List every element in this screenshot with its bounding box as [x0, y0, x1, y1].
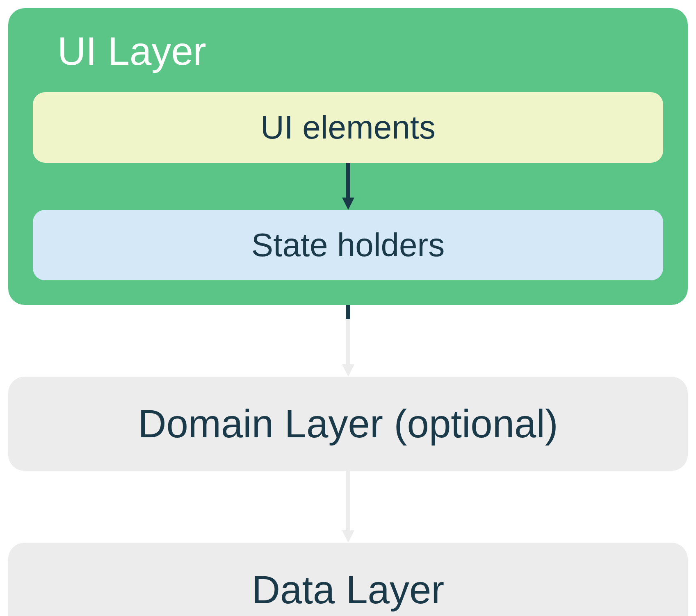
domain-layer-label: Domain Layer (optional) [138, 402, 558, 446]
arrow-ui-to-state [33, 163, 663, 210]
ui-elements-label: UI elements [260, 109, 436, 145]
data-layer-label: Data Layer [252, 568, 445, 611]
arrow-down-icon [342, 305, 354, 377]
arrow-ui-to-domain [8, 305, 688, 377]
ui-layer-container: UI Layer UI elements State holders [8, 8, 688, 305]
svg-marker-1 [342, 198, 354, 210]
arrow-down-icon [342, 163, 354, 210]
ui-layer-title: UI Layer [57, 29, 663, 74]
arrow-down-icon [342, 471, 354, 543]
state-holders-box: State holders [33, 210, 663, 280]
svg-marker-6 [342, 530, 354, 543]
arrow-domain-to-data [8, 471, 688, 543]
svg-marker-4 [342, 364, 354, 377]
domain-layer-box: Domain Layer (optional) [8, 377, 688, 471]
state-holders-label: State holders [251, 227, 445, 263]
data-layer-box: Data Layer [8, 543, 688, 616]
ui-elements-box: UI elements [33, 92, 663, 163]
